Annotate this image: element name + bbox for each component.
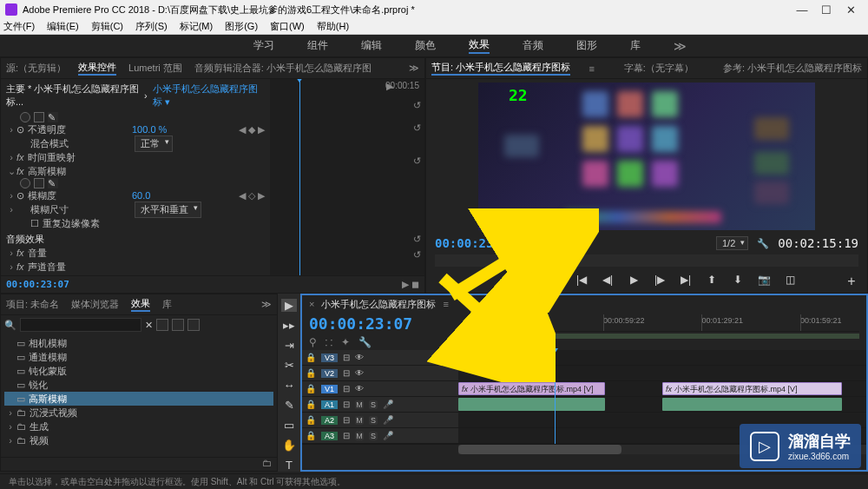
opacity-label[interactable]: 不透明度 [28,123,132,136]
menu-file[interactable]: 文件(F) [3,20,35,33]
effect-item[interactable]: 相机模糊 [29,337,67,350]
gaussian-blur-label[interactable]: 高斯模糊 [28,165,66,178]
type-tool[interactable]: T [281,459,297,472]
tab-source[interactable]: 源:（无剪辑） [6,62,66,75]
settings-icon[interactable]: 🔧 [358,336,372,348]
fit-dropdown[interactable]: 适合 [524,235,562,252]
go-to-out-button[interactable]: ▶| [679,274,693,287]
tab-audio-mixer[interactable]: 音频剪辑混合器: 小米手机怎么隐藏程序图 [194,62,372,75]
filter-32bit-icon[interactable] [172,319,184,331]
tab-effects[interactable]: 效果 [131,297,150,312]
panel-menu-icon[interactable]: ≫ [409,63,419,74]
menu-graphics[interactable]: 图形(G) [225,20,258,33]
ellipse-mask-icon[interactable] [20,178,30,188]
effect-item[interactable]: 钝化蒙版 [29,365,67,378]
timeline-ruler-area[interactable]: 00:00:29:23 00:00:59:22 00:01:29:21 00:0… [465,314,859,348]
settings-icon[interactable]: 🔧 [757,238,769,249]
slip-tool[interactable]: ↔ [281,379,297,392]
minimize-button[interactable]: — [790,3,814,17]
toggle-timeline-icon[interactable]: ▶ ◼ [402,279,419,290]
hand-tool[interactable]: ✋ [281,439,297,452]
reset-icon[interactable]: ↺ [413,249,421,261]
button-editor-icon[interactable]: + [845,274,858,287]
tab-libraries[interactable]: 库 [162,298,172,311]
workspace-libraries[interactable]: 库 [630,38,641,53]
tab-project[interactable]: 项目: 未命名 [6,298,59,311]
ripple-edit-tool[interactable]: ⇥ [281,339,297,352]
tab-lumetri-scopes[interactable]: Lumetri 范围 [128,62,182,75]
program-ruler[interactable] [435,254,858,267]
workspace-color[interactable]: 颜色 [415,38,436,53]
workspace-effects[interactable]: 效果 [469,37,490,54]
clear-search-icon[interactable]: ✕ [145,320,153,331]
workspace-editing[interactable]: 编辑 [361,38,382,53]
comparison-view-button[interactable]: ◫ [783,274,797,287]
marker-icon[interactable]: ✦ [341,336,350,348]
effects-search-input[interactable] [20,318,141,332]
channel-volume-label[interactable]: 声道音量 [28,261,66,274]
blur-dimensions-dropdown[interactable]: 水平和垂直 [135,202,201,218]
reset-icon[interactable]: ↺ [413,234,421,245]
panel-overflow-icon[interactable]: ≫ [261,299,272,310]
pen-tool[interactable]: ✎ [281,399,297,412]
razor-tool[interactable]: ✂ [281,359,297,372]
timeline-timecode[interactable]: 00:00:23:07 [309,314,465,333]
menu-window[interactable]: 窗口(W) [270,20,305,33]
workspace-learn[interactable]: 学习 [253,38,274,53]
repeat-edge-checkbox[interactable]: 重复边缘像素 [43,217,100,230]
video-clip[interactable]: fx小米手机怎么隐藏程序图标.mp4 [V] [662,382,842,395]
linked-selection-icon[interactable]: ⸬ [326,336,332,348]
sequence-name[interactable]: 小米手机怎么隐藏程序图标 [321,298,436,311]
mark-out-button[interactable]: } [549,274,562,287]
effect-folder[interactable]: 沉浸式视频 [30,406,77,420]
reset-icon[interactable]: ↺ [413,155,421,167]
snap-icon[interactable]: ⚲ [309,336,317,348]
program-preview[interactable]: 22 [478,83,815,230]
tab-program[interactable]: 节目: 小米手机怎么隐藏程序图标 [431,61,570,76]
reset-icon[interactable]: ↺ [413,122,421,134]
ellipse-mask-icon[interactable] [20,112,30,122]
blurriness-value[interactable]: 60.0 [132,190,201,201]
blend-mode-dropdown[interactable]: 正常 [135,135,173,152]
tab-captions[interactable]: 字幕:（无字幕） [624,62,694,75]
workspace-assembly[interactable]: 组件 [307,38,328,53]
tab-media-browser[interactable]: 媒体浏览器 [71,298,119,311]
audio-clip[interactable] [662,398,842,411]
export-frame-button[interactable]: 📷 [757,274,771,287]
track-select-tool[interactable]: ▸▸ [281,319,297,332]
extract-button[interactable]: ⬇ [731,274,745,287]
effect-timeline[interactable]: 00:00:15 ▶ ↺ ↺ ↺ ↺ ↺ [270,79,424,275]
filter-yuv-icon[interactable] [187,319,200,331]
lift-button[interactable]: ⬆ [705,274,719,287]
tab-effect-controls[interactable]: 效果控件 [78,61,116,76]
selection-tool[interactable]: ▶ [281,299,297,312]
rect-mask-icon[interactable] [34,178,44,188]
workspace-overflow-icon[interactable]: ≫ [674,39,691,53]
filter-accelerated-icon[interactable] [156,319,168,331]
new-bin-icon[interactable]: 🗀 [262,458,272,468]
menu-edit[interactable]: 编辑(E) [47,20,79,33]
add-marker-button[interactable]: ✦ [496,274,510,287]
reset-icon[interactable]: ↺ [413,100,421,111]
menu-help[interactable]: 帮助(H) [317,20,349,33]
workspace-graphics[interactable]: 图形 [576,38,597,53]
blurriness-label[interactable]: 模糊度 [28,189,132,202]
rectangle-tool[interactable]: ▭ [281,419,297,432]
resolution-dropdown[interactable]: 1/2 [716,236,748,250]
mark-in-button[interactable]: { [523,274,536,287]
effect-item[interactable]: 通道模糊 [29,351,67,364]
active-clip-name[interactable]: 小米手机怎么隐藏程序图标 ▾ [153,83,265,109]
play-button[interactable]: ▶ [627,274,641,287]
effect-timecode[interactable]: 00:00:23:07 [6,279,69,290]
maximize-button[interactable]: ☐ [814,3,838,17]
close-button[interactable]: ✕ [838,3,863,17]
step-forward-button[interactable]: |▶ [653,274,667,287]
audio-clip[interactable] [458,398,605,411]
tab-reference[interactable]: 参考: 小米手机怎么隐藏程序图标 [723,62,862,75]
rect-mask-icon[interactable] [34,112,44,122]
effect-item-gaussian-blur[interactable]: 高斯模糊 [29,393,67,406]
go-to-in-button[interactable]: |◀ [575,274,589,287]
volume-label[interactable]: 音量 [28,247,47,260]
pen-mask-icon[interactable]: ✎ [48,112,58,122]
menu-marker[interactable]: 标记(M) [180,20,214,33]
